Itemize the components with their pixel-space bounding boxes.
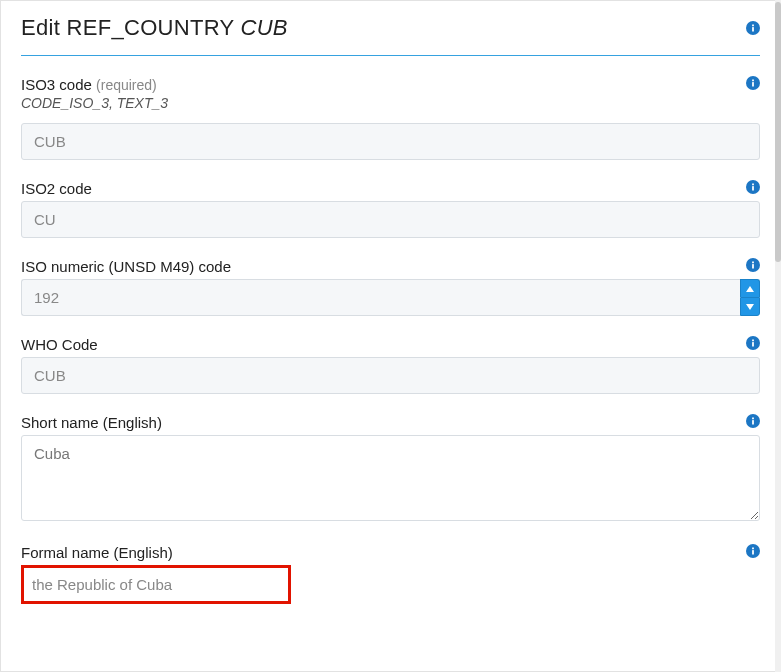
svg-rect-13 — [752, 342, 754, 346]
field-iso3: ISO3 code (required) CODE_ISO_3, TEXT_3 — [21, 76, 760, 160]
highlight-formalname — [21, 565, 291, 604]
label-shortname: Short name (English) — [21, 414, 162, 431]
info-icon[interactable] — [746, 544, 760, 558]
label-formalname: Formal name (English) — [21, 544, 173, 561]
svg-rect-17 — [752, 418, 754, 420]
spinner-up[interactable] — [740, 279, 760, 297]
svg-rect-16 — [752, 420, 754, 424]
svg-rect-14 — [752, 340, 754, 342]
info-icon[interactable] — [746, 336, 760, 350]
field-shortname: Short name (English) Cuba — [21, 414, 760, 524]
input-iso2[interactable] — [21, 201, 760, 238]
label-isonum: ISO numeric (UNSD M49) code — [21, 258, 231, 275]
info-icon[interactable] — [746, 258, 760, 272]
svg-rect-2 — [752, 25, 754, 27]
label-who: WHO Code — [21, 336, 98, 353]
textarea-shortname[interactable]: Cuba — [21, 435, 760, 521]
scrollbar-thumb[interactable] — [775, 2, 781, 262]
page-title: Edit REF_COUNTRY CUB — [21, 15, 288, 41]
input-who[interactable] — [21, 357, 760, 394]
sublabel-iso3: CODE_ISO_3, TEXT_3 — [21, 95, 168, 111]
svg-rect-7 — [752, 186, 754, 190]
field-iso2: ISO2 code — [21, 180, 760, 238]
svg-rect-8 — [752, 184, 754, 186]
input-iso3[interactable] — [21, 123, 760, 160]
svg-rect-5 — [752, 80, 754, 82]
header-divider — [21, 55, 760, 56]
field-formalname: Formal name (English) — [21, 544, 760, 604]
svg-rect-19 — [752, 550, 754, 554]
svg-rect-20 — [752, 548, 754, 550]
label-iso3: ISO3 code (required) — [21, 76, 168, 93]
svg-rect-10 — [752, 264, 754, 268]
svg-rect-4 — [752, 82, 754, 86]
info-icon[interactable] — [746, 180, 760, 194]
input-formalname[interactable] — [26, 573, 228, 596]
field-isonum: ISO numeric (UNSD M49) code — [21, 258, 760, 316]
info-icon[interactable] — [746, 414, 760, 428]
info-icon[interactable] — [746, 21, 760, 35]
input-isonum[interactable] — [21, 279, 740, 316]
svg-rect-11 — [752, 262, 754, 264]
svg-rect-1 — [752, 27, 754, 31]
label-iso2: ISO2 code — [21, 180, 92, 197]
field-who: WHO Code — [21, 336, 760, 394]
vertical-scrollbar[interactable] — [775, 0, 781, 672]
spinner-down[interactable] — [740, 297, 760, 316]
info-icon[interactable] — [746, 76, 760, 90]
